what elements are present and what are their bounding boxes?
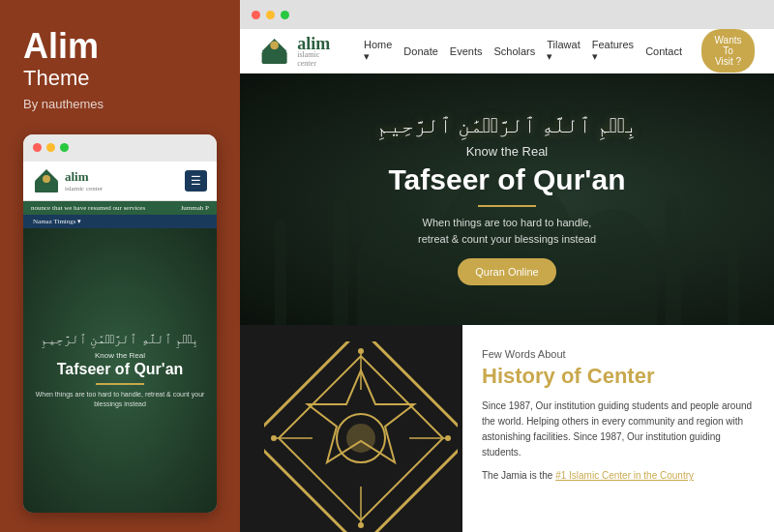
mini-tagline: When things are too hard to handle, retr… — [35, 390, 205, 409]
browser-chrome — [240, 0, 774, 29]
hero-cta-button[interactable]: Quran Online — [458, 258, 555, 285]
nav-links: Home ▾ Donate Events Scholars Tilawat ▾ … — [364, 39, 682, 63]
website-nav: alim islamic center Home ▾ Donate Events… — [240, 29, 774, 74]
svg-point-15 — [666, 197, 681, 221]
lower-image — [240, 325, 462, 532]
nav-logo-text-container: alim islamic center — [297, 34, 335, 68]
mini-dot-green — [60, 143, 69, 152]
hero-content: بِسۡمِ ٱللَّهِ ٱلرَّحۡمَٰنِ ٱلرَّحِيمِ K… — [376, 113, 638, 285]
mini-divider — [96, 383, 144, 385]
mini-logo-name: alim — [65, 169, 103, 185]
hero-title: Tafseer of Qur'an — [376, 163, 638, 197]
hero-divider — [478, 205, 536, 207]
history-link[interactable]: #1 Islamic Center in the Country — [555, 470, 694, 481]
right-panel: alim islamic center Home ▾ Donate Events… — [240, 0, 774, 532]
nav-link-scholars[interactable]: Scholars — [493, 39, 535, 63]
svg-rect-12 — [333, 209, 348, 325]
svg-rect-14 — [666, 209, 681, 325]
theme-label: Theme — [23, 66, 217, 91]
dot-yellow — [266, 11, 275, 19]
svg-point-17 — [275, 219, 286, 238]
history-description-1: Since 1987, Our institution guiding stud… — [482, 399, 755, 460]
nav-logo-icon — [259, 34, 289, 69]
mini-subtitle: Know the Real — [35, 351, 205, 360]
svg-point-31 — [271, 435, 277, 441]
mini-dot-yellow — [46, 143, 55, 152]
mini-arabic-text: بِسۡمِ ٱللَّهِ ٱلرَّحۡمَٰنِ ٱلرَّحِيمِ — [35, 332, 205, 347]
svg-point-32 — [445, 435, 451, 441]
browser-content: alim islamic center Home ▾ Donate Events… — [240, 29, 774, 532]
dot-green — [281, 11, 289, 19]
nav-link-contact[interactable]: Contact — [645, 39, 682, 63]
mini-hamburger-button[interactable]: ☰ — [185, 170, 207, 192]
mini-browser-preview: alim islamic center ☰ nounce that we hav… — [23, 134, 217, 513]
nav-logo: alim islamic center — [259, 34, 335, 69]
hero-arabic-text: بِسۡمِ ٱللَّهِ ٱلرَّحۡمَٰنِ ٱلرَّحِيمِ — [376, 113, 638, 138]
website-lower: Few Words About History of Center Since … — [240, 325, 774, 532]
nav-link-donate[interactable]: Donate — [403, 39, 437, 63]
svg-point-24 — [346, 424, 375, 453]
hero-tagline: When things are too hard to handle,retre… — [376, 215, 638, 247]
hero-subtitle: Know the Real — [376, 144, 638, 159]
mini-hero: بِسۡمِ ٱللَّهِ ٱلرَّحۡمَٰنِ ٱلرَّحِيمِ K… — [23, 228, 217, 513]
mini-announcement-text: nounce that we have resumed our services — [31, 204, 145, 212]
svg-point-13 — [333, 197, 348, 221]
nav-cta-button[interactable]: Wants To Visit ? — [701, 29, 755, 73]
mini-nav: alim islamic center ☰ — [23, 162, 217, 201]
left-panel: Alim Theme By nauthemes alim islamic cen… — [0, 0, 240, 532]
by-author: By nauthemes — [23, 97, 217, 111]
nav-link-features[interactable]: Features ▾ — [592, 39, 634, 63]
mini-announcement-right: Jummah P — [181, 204, 209, 212]
svg-rect-16 — [275, 228, 286, 325]
svg-point-29 — [358, 348, 364, 354]
svg-rect-2 — [43, 175, 50, 183]
nav-link-home[interactable]: Home ▾ — [364, 39, 392, 63]
history-description-2: The Jamia is the #1 Islamic Center in th… — [482, 468, 755, 484]
website-hero: بِسۡمِ ٱللَّهِ ٱلرَّحۡمَٰنِ ٱلرَّحِيمِ K… — [240, 74, 774, 325]
lower-text-content: Few Words About History of Center Since … — [462, 325, 774, 532]
mini-logo: alim islamic center — [33, 167, 103, 194]
nav-link-events[interactable]: Events — [450, 39, 483, 63]
mini-logo-icon — [33, 167, 60, 194]
svg-point-19 — [728, 219, 739, 238]
history-title: History of Center — [482, 364, 755, 389]
mini-namaz-text: Namaz Timings — [33, 218, 76, 225]
mini-namaz-bar: Namaz Timings ▾ — [23, 215, 217, 228]
mini-browser-bar — [23, 134, 217, 162]
mini-announcement-bar: nounce that we have resumed our services… — [23, 201, 217, 215]
mini-logo-text: alim islamic center — [65, 169, 103, 192]
dot-red — [252, 11, 260, 19]
svg-point-30 — [358, 522, 364, 528]
gold-ornament — [264, 341, 458, 532]
mini-hero-content: بِسۡمِ ٱللَّهِ ٱلرَّحۡمَٰنِ ٱلرَّحِيمِ K… — [35, 332, 205, 409]
mini-dot-red — [33, 143, 42, 152]
svg-point-5 — [270, 41, 279, 49]
mini-title: Tafseer of Qur'an — [35, 360, 205, 378]
svg-rect-3 — [262, 51, 287, 64]
nav-link-tilawat[interactable]: Tilawat ▾ — [547, 39, 580, 63]
theme-name: Alim — [23, 27, 217, 66]
svg-rect-18 — [728, 228, 739, 325]
few-words-label: Few Words About — [482, 348, 755, 360]
ornament-container — [264, 341, 438, 516]
mini-logo-sub: islamic center — [65, 185, 103, 192]
